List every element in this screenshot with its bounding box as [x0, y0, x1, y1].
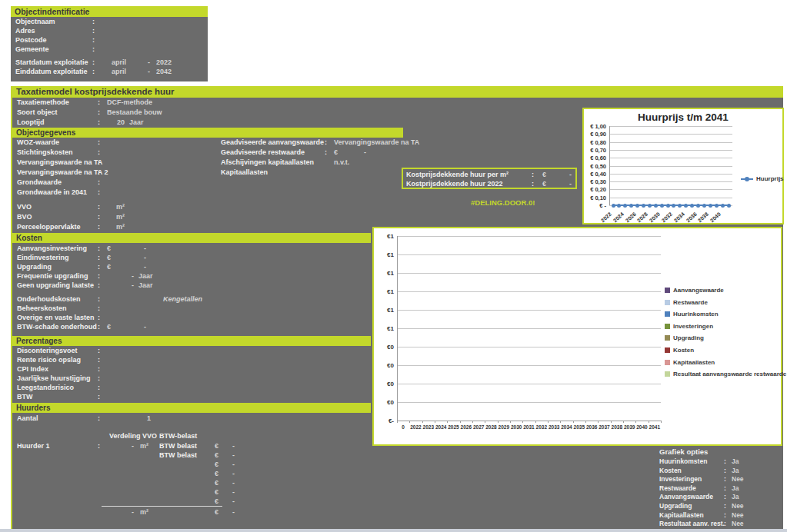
- x-tick-label: 2024: [435, 424, 447, 430]
- percentages-label: Rente risico opslag: [17, 356, 81, 364]
- x-tick-label: 2029: [498, 424, 510, 430]
- y-tick-label: €1: [374, 288, 394, 295]
- y-axis-line: [397, 236, 398, 421]
- huurprijs-data-point: [654, 204, 658, 208]
- kosten-adash: -: [118, 323, 146, 331]
- grafiek-value[interactable]: Ja: [732, 467, 739, 474]
- grafiek-value[interactable]: Nee: [732, 502, 744, 510]
- division-error-text: #DELING.DOOR.0!: [471, 198, 535, 207]
- general-value[interactable]: Bestaande bouw: [107, 108, 162, 116]
- huurprijs-data-point: [690, 204, 694, 208]
- objid-sep: -: [148, 58, 150, 66]
- huurprijs-data-point: [623, 204, 627, 208]
- grafiek-opties-title: Grafiek opties: [659, 447, 708, 456]
- objleft-colon: :: [98, 148, 100, 156]
- huurprijs-data-point: [721, 204, 725, 208]
- grafiek-value[interactable]: Nee: [732, 475, 744, 483]
- x-axis-tick: [623, 421, 624, 423]
- objid-year[interactable]: 2022: [156, 58, 172, 66]
- x-axis-tick: [635, 421, 636, 423]
- huurprijs-data-point: [678, 204, 682, 208]
- x-tick-label: 2027: [472, 424, 485, 430]
- kosten-euro: €: [107, 263, 111, 271]
- kosten-euro: €: [107, 323, 111, 331]
- object-identification-title: Objectindentificatie: [11, 6, 208, 17]
- percentages-label: CPI Index: [17, 365, 48, 373]
- x-axis-tick: [560, 421, 561, 423]
- legend-label: Investeringen: [673, 323, 713, 330]
- y-tick-label: € 0,10: [584, 195, 606, 201]
- objid-colon: :: [92, 68, 95, 75]
- x-tick-label: 2022: [409, 424, 422, 430]
- aantal-value[interactable]: 1: [128, 414, 151, 422]
- objleft-label: BVO: [17, 213, 32, 221]
- objleft-unit: m²: [105, 213, 125, 221]
- grafiek-colon: :: [724, 511, 726, 519]
- kostprijsdekkende-huur-box: Kostprijsdekkende huur per m²:€-Kostprij…: [402, 168, 577, 189]
- objleft-label: WOZ-waarde: [17, 138, 59, 146]
- kosten-label: Onderhoudskosten: [17, 295, 81, 303]
- tenant-amount: -: [218, 442, 235, 450]
- bottom-scroll-strip[interactable]: [0, 529, 787, 532]
- grafiek-value[interactable]: Ja: [732, 457, 739, 465]
- objright-value[interactable]: Vervangingswaarde na TA: [334, 138, 419, 146]
- x-axis-tick: [510, 421, 511, 423]
- percentages-colon: :: [98, 365, 100, 373]
- legend-marker: [665, 335, 670, 341]
- x-axis-line: [397, 421, 661, 421]
- legend-marker: [665, 360, 670, 365]
- objid-colon: :: [92, 18, 95, 25]
- cashflow-chart[interactable]: €1€1€1€1€1€1€0€0€0€0€-020222023202420252…: [372, 227, 782, 446]
- x-axis-tick: [435, 421, 435, 423]
- y-tick-label: € 0,70: [584, 147, 606, 154]
- x-axis-tick: [649, 421, 649, 423]
- kosten-label: Aanvangsinvestering: [17, 244, 87, 252]
- objright-adash: -: [345, 148, 366, 156]
- objid-year[interactable]: 2042: [156, 68, 172, 75]
- objleft-colon: :: [98, 138, 100, 146]
- objleft-colon: :: [98, 188, 100, 196]
- huurprijs-data-point: [635, 204, 639, 208]
- kosten-adash: -: [118, 244, 146, 252]
- x-tick-label: 2035: [573, 424, 585, 430]
- objid-month[interactable]: april: [112, 58, 126, 66]
- objleft-label: VVO: [17, 203, 32, 211]
- section-heading-huurders: Huurders: [12, 403, 371, 413]
- percentages-colon: :: [98, 384, 100, 391]
- x-tick-label: 2033: [548, 424, 560, 430]
- gridline: [397, 236, 661, 237]
- x-tick-label: 2031: [522, 424, 535, 430]
- legend-marker: [665, 311, 670, 317]
- gridline: [609, 198, 732, 198]
- legend-label: Aanvangswaarde: [673, 287, 724, 294]
- general-value[interactable]: DCF-methode: [107, 98, 152, 106]
- gridline: [609, 174, 732, 175]
- spreadsheet-view: Objectindentificatie Objectnaam:Adres:Po…: [0, 0, 787, 532]
- objid-label: Postcode: [15, 36, 47, 44]
- x-axis-tick: [598, 421, 599, 423]
- grafiek-value[interactable]: Nee: [732, 520, 744, 527]
- y-tick-label: € 0,50: [584, 163, 606, 170]
- grafiek-value[interactable]: Ja: [732, 484, 739, 492]
- kosten-unit: Jaar: [138, 281, 153, 289]
- y-tick-label: € 0,60: [584, 155, 606, 161]
- x-tick-label: 2032: [535, 424, 548, 430]
- grafiek-value[interactable]: Ja: [732, 493, 739, 500]
- gridline: [397, 365, 661, 366]
- kostprijs-label: Kostprijsdekkende huur 2022: [406, 180, 503, 188]
- gridline: [397, 347, 661, 347]
- general-num[interactable]: 20: [103, 118, 125, 126]
- y-tick-label: € 0,90: [584, 131, 606, 138]
- objright-value[interactable]: n.v.t.: [334, 158, 349, 166]
- huurprijs-chart[interactable]: Huurprijs t/m 2041 € 1,00€ 0,90€ 0,80€ 0…: [582, 108, 784, 224]
- tenant-btw: BTW belast: [159, 451, 197, 459]
- objid-month[interactable]: april: [112, 68, 126, 75]
- grafiek-label: Upgrading: [659, 502, 692, 510]
- objid-label: Gemeente: [15, 45, 49, 53]
- x-tick-label: 2026: [460, 424, 472, 430]
- huurprijs-data-point: [612, 204, 615, 208]
- huurprijs-data-point: [660, 204, 664, 208]
- kostprijs-colon: :: [532, 180, 534, 188]
- legend-label: Huurprijs: [756, 175, 784, 182]
- grafiek-value[interactable]: Nee: [732, 511, 744, 519]
